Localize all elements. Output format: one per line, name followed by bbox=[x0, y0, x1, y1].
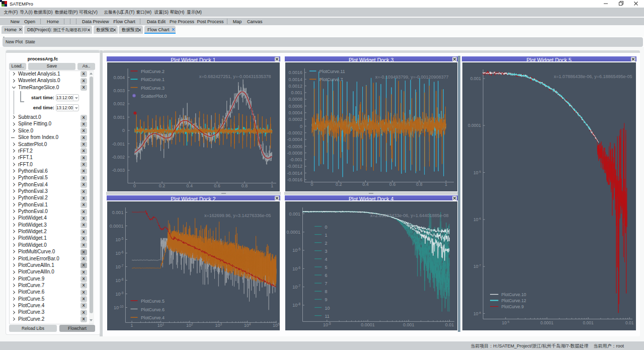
svg-text:103: 103 bbox=[215, 322, 222, 328]
svg-text:-0.003: -0.003 bbox=[112, 168, 125, 173]
svg-text:11: 11 bbox=[325, 313, 329, 318]
svg-text:0.0001: 0.0001 bbox=[286, 230, 300, 235]
svg-text:x=-0.109493799, y=-0.001209083: x=-0.109493799, y=-0.00120908377 bbox=[375, 74, 448, 79]
svg-text:0.01: 0.01 bbox=[625, 320, 633, 325]
svg-text:-0.0008: -0.0008 bbox=[287, 150, 302, 155]
svg-text:8: 8 bbox=[325, 289, 327, 294]
svg-text:0.0001: 0.0001 bbox=[109, 223, 123, 228]
svg-text:-0.0012: -0.0012 bbox=[287, 164, 302, 169]
svg-text:10-6: 10-6 bbox=[115, 250, 123, 255]
svg-text:0.0001: 0.0001 bbox=[361, 322, 375, 327]
svg-text:10: 10 bbox=[325, 305, 330, 310]
svg-text:0.0012: 0.0012 bbox=[288, 83, 302, 88]
svg-text:0: 0 bbox=[299, 123, 302, 128]
svg-text:3: 3 bbox=[325, 248, 327, 253]
svg-text:PlotCurve.3: PlotCurve.3 bbox=[141, 85, 165, 90]
svg-text:0.0006: 0.0006 bbox=[288, 103, 302, 108]
svg-text:0.001: 0.001 bbox=[112, 209, 123, 215]
svg-text:0.001: 0.001 bbox=[470, 76, 481, 81]
svg-text:0.01: 0.01 bbox=[445, 322, 454, 327]
svg-text:0: 0 bbox=[122, 128, 124, 133]
svg-text:0.0001: 0.0001 bbox=[540, 320, 553, 325]
svg-text:104: 104 bbox=[244, 322, 251, 328]
svg-text:10-5: 10-5 bbox=[292, 247, 300, 253]
svg-text:0.0016: 0.0016 bbox=[288, 70, 302, 75]
svg-text:0.003: 0.003 bbox=[113, 88, 125, 93]
svg-text:0.001: 0.001 bbox=[583, 320, 594, 325]
svg-text:0.0014: 0.0014 bbox=[288, 77, 302, 82]
svg-text:0.0004: 0.0004 bbox=[288, 110, 302, 115]
svg-text:0.001: 0.001 bbox=[291, 90, 302, 95]
svg-text:10-7: 10-7 bbox=[115, 263, 123, 269]
svg-text:4: 4 bbox=[325, 256, 327, 261]
svg-text:6: 6 bbox=[325, 273, 327, 278]
svg-text:10-7: 10-7 bbox=[292, 284, 300, 289]
svg-text:0.8: 0.8 bbox=[416, 182, 422, 187]
svg-text:0.2: 0.2 bbox=[158, 183, 165, 188]
svg-text:-0.0014: -0.0014 bbox=[287, 170, 302, 175]
svg-text:x=0.682427251, y=-0.0043153537: x=0.682427251, y=-0.00431535378 bbox=[199, 74, 271, 79]
svg-text:2: 2 bbox=[325, 240, 327, 245]
svg-text:PlotCurve.7: PlotCurve.7 bbox=[319, 77, 343, 82]
svg-text:0.4: 0.4 bbox=[186, 183, 193, 188]
svg-text:0.0008: 0.0008 bbox=[288, 97, 302, 102]
svg-text:PlotCurve.12: PlotCurve.12 bbox=[501, 298, 526, 303]
svg-text:-0.0006: -0.0006 bbox=[287, 144, 302, 149]
svg-text:0.4: 0.4 bbox=[362, 182, 369, 187]
svg-text:101: 101 bbox=[157, 322, 164, 328]
svg-text:-0.002: -0.002 bbox=[112, 154, 125, 159]
svg-text:10-5: 10-5 bbox=[473, 169, 481, 175]
svg-text:10-8: 10-8 bbox=[473, 310, 481, 316]
svg-text:102: 102 bbox=[186, 322, 193, 328]
svg-text:0.001: 0.001 bbox=[113, 114, 125, 119]
svg-text:0.0002: 0.0002 bbox=[288, 117, 302, 122]
svg-text:1: 1 bbox=[271, 183, 273, 188]
svg-text:0.2: 0.2 bbox=[335, 182, 342, 187]
svg-text:-0.0002: -0.0002 bbox=[287, 130, 302, 135]
svg-text:10-9: 10-9 bbox=[115, 291, 123, 296]
svg-text:10-6: 10-6 bbox=[292, 265, 300, 271]
svg-text:-0.0016: -0.0016 bbox=[287, 177, 302, 182]
svg-text:0.001: 0.001 bbox=[289, 211, 300, 216]
svg-text:-0.0004: -0.0004 bbox=[287, 137, 302, 142]
svg-text:-0.001: -0.001 bbox=[289, 157, 302, 162]
svg-text:10-8: 10-8 bbox=[115, 277, 123, 283]
svg-text:x=1.07886438e-06, y=6.18865495: x=1.07886438e-06, y=6.18865495e-05 bbox=[553, 74, 632, 79]
svg-text:PlotCurve.9: PlotCurve.9 bbox=[501, 304, 524, 309]
svg-text:x=162699.96, y=3.14276336e-05: x=162699.96, y=3.14276336e-05 bbox=[204, 213, 271, 218]
svg-text:9: 9 bbox=[325, 297, 327, 302]
svg-text:PlotCurve.6: PlotCurve.6 bbox=[141, 307, 165, 312]
svg-text:PlotCurve.2: PlotCurve.2 bbox=[141, 69, 165, 74]
svg-text:10-6: 10-6 bbox=[473, 217, 481, 222]
svg-text:0: 0 bbox=[325, 224, 327, 229]
svg-text:1: 1 bbox=[325, 232, 327, 237]
svg-text:0: 0 bbox=[133, 183, 135, 188]
svg-text:10-5: 10-5 bbox=[323, 321, 331, 327]
svg-text:0.0001: 0.0001 bbox=[468, 123, 481, 128]
svg-text:5: 5 bbox=[325, 265, 327, 270]
svg-text:x=2.65303433e-06, y=1.64401885: x=2.65303433e-06, y=1.64401885e-08 bbox=[370, 213, 448, 218]
svg-text:0.8: 0.8 bbox=[241, 183, 248, 188]
svg-text:7: 7 bbox=[325, 281, 327, 286]
svg-text:-0.001: -0.001 bbox=[112, 141, 125, 146]
svg-text:PlotCurve.10: PlotCurve.10 bbox=[501, 292, 526, 297]
svg-text:PlotCurve.1: PlotCurve.1 bbox=[141, 77, 165, 82]
svg-text:0.001: 0.001 bbox=[403, 322, 414, 327]
svg-text:10-10: 10-10 bbox=[113, 304, 123, 310]
svg-text:1: 1 bbox=[130, 323, 133, 328]
svg-text:ScatterPlot.0: ScatterPlot.0 bbox=[141, 93, 167, 98]
svg-text:0: 0 bbox=[310, 182, 313, 187]
svg-text:10-8: 10-8 bbox=[292, 302, 300, 308]
svg-text:0.6: 0.6 bbox=[214, 183, 220, 188]
svg-text:PlotCurve.5: PlotCurve.5 bbox=[141, 299, 165, 304]
svg-text:105: 105 bbox=[273, 322, 280, 328]
svg-text:PlotCurve.4: PlotCurve.4 bbox=[141, 315, 165, 320]
svg-text:10-5: 10-5 bbox=[115, 236, 123, 242]
svg-text:10-5: 10-5 bbox=[502, 320, 509, 325]
svg-text:PlotCurve.11: PlotCurve.11 bbox=[319, 69, 345, 74]
svg-text:0.004: 0.004 bbox=[113, 75, 125, 80]
svg-text:1: 1 bbox=[444, 182, 447, 187]
svg-text:0.6: 0.6 bbox=[389, 182, 395, 187]
svg-text:0.002: 0.002 bbox=[113, 101, 125, 106]
svg-text:10-7: 10-7 bbox=[473, 263, 481, 269]
